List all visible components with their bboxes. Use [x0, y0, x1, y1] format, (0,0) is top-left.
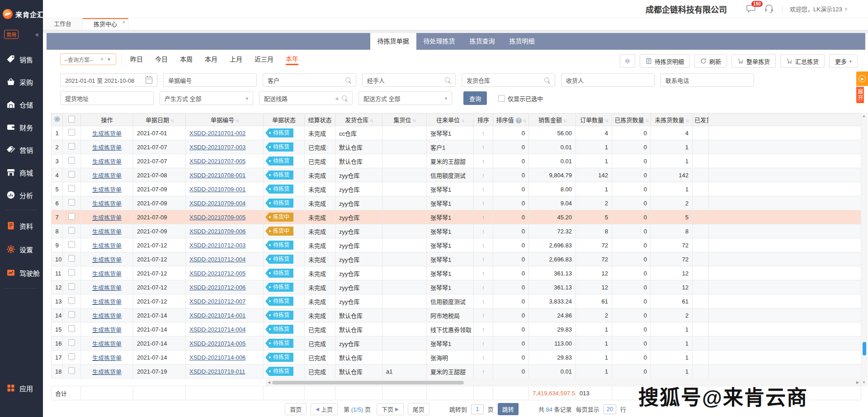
- pickup-address-input[interactable]: 提货地址: [60, 91, 154, 105]
- generate-pick-link[interactable]: 生成拣货单: [92, 270, 122, 277]
- up-arrow-icon[interactable]: ↑: [482, 186, 485, 193]
- row-checkbox[interactable]: [68, 227, 75, 234]
- up-arrow-icon[interactable]: ↑: [482, 256, 485, 263]
- row-checkbox[interactable]: [68, 171, 75, 178]
- v-scroll-thumb[interactable]: [863, 342, 866, 355]
- quick-range[interactable]: 本年: [286, 54, 298, 65]
- row-checkbox[interactable]: [68, 367, 75, 374]
- order-no-link[interactable]: XSDD-20210709-005: [189, 214, 245, 221]
- sort-icon[interactable]: ↑↓: [605, 118, 608, 123]
- order-no-link[interactable]: XSDD-20210712-003: [189, 242, 245, 249]
- sort-icon[interactable]: ↑↓: [370, 118, 373, 123]
- delivery-route-input[interactable]: 配送线路 +: [259, 91, 353, 105]
- window-tab[interactable]: 拣货中心×: [83, 18, 128, 30]
- last-page-button[interactable]: 尾页: [408, 403, 429, 415]
- h-scroll-thumb[interactable]: [272, 381, 464, 384]
- generate-pick-link[interactable]: 生成拣货单: [92, 299, 122, 305]
- order-no-link[interactable]: XSDD-20210714-001: [189, 312, 245, 319]
- row-checkbox[interactable]: [68, 255, 75, 262]
- row-checkbox[interactable]: [68, 213, 75, 220]
- order-no-link[interactable]: XSDD-20210709-001: [189, 186, 245, 193]
- up-arrow-icon[interactable]: ↑: [482, 158, 485, 165]
- user-menu[interactable]: 欢迎您，LK演示123 ∨: [790, 5, 848, 13]
- scroll-up-icon[interactable]: ▲: [861, 114, 867, 119]
- help-icon[interactable]: ?: [516, 118, 522, 123]
- quick-range[interactable]: 本周: [180, 54, 193, 64]
- quick-range[interactable]: 昨日: [130, 54, 143, 64]
- gear-icon[interactable]: [54, 117, 61, 124]
- phone-input[interactable]: 联系电话: [660, 73, 754, 87]
- next-page-button[interactable]: 下页▶: [377, 403, 404, 415]
- date-range-picker[interactable]: 2021-01-01 至 2021-10-08: [60, 73, 157, 87]
- sort-icon[interactable]: ↑↓: [461, 118, 464, 123]
- nav-tab[interactable]: 拣货明细: [502, 33, 542, 50]
- sidebar-item[interactable]: 财务: [0, 116, 43, 138]
- add-icon[interactable]: +: [335, 95, 339, 102]
- row-checkbox[interactable]: [68, 199, 75, 206]
- table-settings-button[interactable]: [620, 54, 635, 68]
- add-plan-icon[interactable]: +: [99, 56, 105, 62]
- messages-icon[interactable]: 150: [746, 4, 757, 14]
- generate-pick-link[interactable]: 生成拣货单: [92, 313, 122, 319]
- order-no-link[interactable]: XSDD-20210714-005: [189, 340, 245, 347]
- order-no-link[interactable]: XSDD-20210719-011: [189, 368, 245, 375]
- page-size-input[interactable]: [604, 404, 616, 414]
- nav-tab[interactable]: 待拣货单据: [370, 33, 416, 50]
- row-checkbox[interactable]: [68, 297, 75, 304]
- only-selected-checkbox[interactable]: [498, 95, 505, 102]
- row-checkbox[interactable]: [68, 157, 75, 164]
- handler-input[interactable]: 经手人: [362, 73, 456, 87]
- generate-pick-link[interactable]: 生成拣货单: [92, 355, 122, 361]
- chevron-down-icon[interactable]: ▾: [106, 56, 112, 62]
- up-arrow-icon[interactable]: ↑: [482, 144, 485, 151]
- vertical-scrollbar[interactable]: ▲ ▼: [861, 113, 867, 386]
- up-arrow-icon[interactable]: ↑: [482, 242, 485, 249]
- receiver-input[interactable]: 收货人: [561, 73, 655, 87]
- up-arrow-icon[interactable]: ↑: [482, 172, 485, 179]
- up-arrow-icon[interactable]: ↑: [482, 354, 485, 361]
- play-icon[interactable]: ▶: [856, 71, 868, 86]
- row-checkbox[interactable]: [68, 353, 75, 360]
- order-no-input[interactable]: 单据编号: [163, 73, 257, 87]
- generate-pick-link[interactable]: 生成拣货单: [92, 200, 122, 207]
- customer-input[interactable]: 客户: [263, 73, 356, 87]
- sort-icon[interactable]: ↑↓: [413, 118, 415, 123]
- up-arrow-icon[interactable]: ↑: [482, 298, 485, 305]
- row-checkbox[interactable]: [68, 325, 75, 332]
- up-arrow-icon[interactable]: ↑: [482, 214, 485, 221]
- up-arrow-icon[interactable]: ↑: [482, 340, 485, 347]
- order-no-link[interactable]: XSDD-20210712-007: [189, 298, 245, 305]
- jump-button[interactable]: 跳转: [498, 403, 519, 415]
- summary-pick-button[interactable]: 汇总拣货: [780, 54, 825, 68]
- generate-pick-link[interactable]: 生成拣货单: [92, 130, 122, 137]
- order-no-link[interactable]: XSDD-20210709-004: [189, 200, 245, 207]
- generate-pick-link[interactable]: 生成拣货单: [92, 341, 122, 347]
- query-plan-select[interactable]: --查询方案-- + ▾: [60, 53, 116, 65]
- quick-range[interactable]: 上月: [230, 54, 242, 64]
- nav-tab[interactable]: 拣货查询: [462, 33, 502, 50]
- create-mode-select[interactable]: 产生方式 全部 ▾: [160, 91, 253, 105]
- sidebar-item[interactable]: 营销: [0, 138, 43, 161]
- whole-order-pick-button[interactable]: 整单拣货: [731, 54, 776, 68]
- order-no-link[interactable]: XSDD-20210712-006: [189, 284, 245, 291]
- more-button[interactable]: 更多 ▾: [829, 54, 858, 68]
- order-no-link[interactable]: XSDD-20210709-006: [189, 228, 245, 235]
- order-no-link[interactable]: XSDD-20210714-004: [189, 326, 245, 333]
- generate-pick-link[interactable]: 生成拣货单: [92, 369, 122, 375]
- row-checkbox[interactable]: [68, 311, 75, 318]
- scroll-right-icon[interactable]: ▶: [855, 380, 860, 385]
- up-arrow-icon[interactable]: ↑: [482, 228, 485, 235]
- sidebar-item[interactable]: 设置: [0, 237, 43, 261]
- generate-pick-link[interactable]: 生成拣货单: [92, 327, 122, 333]
- order-no-link[interactable]: XSDD-20210701-002: [189, 130, 245, 137]
- close-icon[interactable]: ×: [123, 19, 125, 25]
- sidebar-collapse-icon[interactable]: «: [35, 31, 39, 38]
- generate-pick-link[interactable]: 生成拣货单: [92, 228, 122, 235]
- sidebar-item[interactable]: 仓储: [0, 93, 43, 116]
- order-no-link[interactable]: XSDD-20210708-001: [189, 172, 245, 179]
- nav-tab[interactable]: 待处理拣货: [416, 33, 462, 50]
- sidebar-item[interactable]: 资料: [0, 214, 43, 237]
- quick-range[interactable]: 今日: [155, 54, 168, 64]
- order-no-link[interactable]: XSDD-20210712-005: [189, 270, 245, 277]
- favorites-tag[interactable]: 常用: [4, 30, 19, 39]
